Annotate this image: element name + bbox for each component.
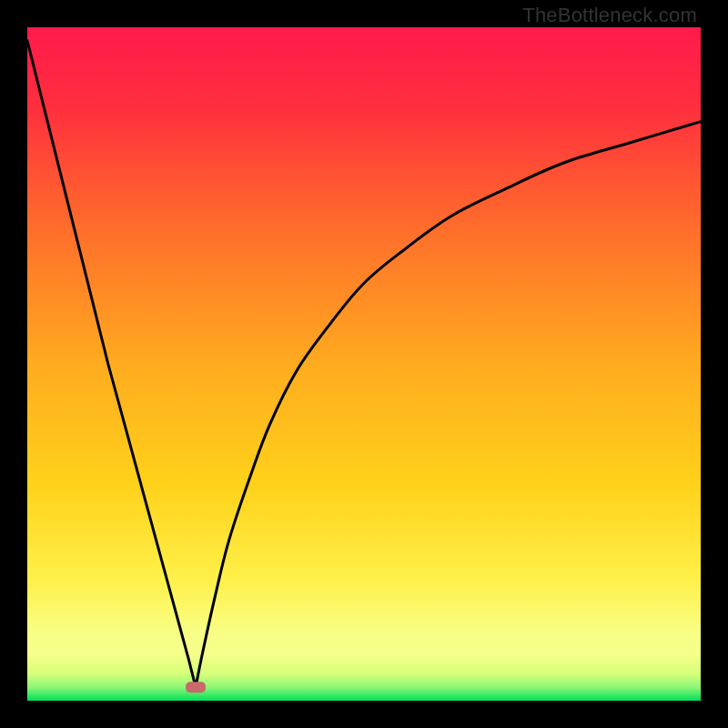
- gradient-background: [27, 27, 701, 701]
- watermark-text: TheBottleneck.com: [522, 4, 697, 27]
- chart-frame: [27, 27, 701, 701]
- bottleneck-curve-chart: [27, 27, 701, 701]
- optimal-point-marker: [186, 682, 206, 693]
